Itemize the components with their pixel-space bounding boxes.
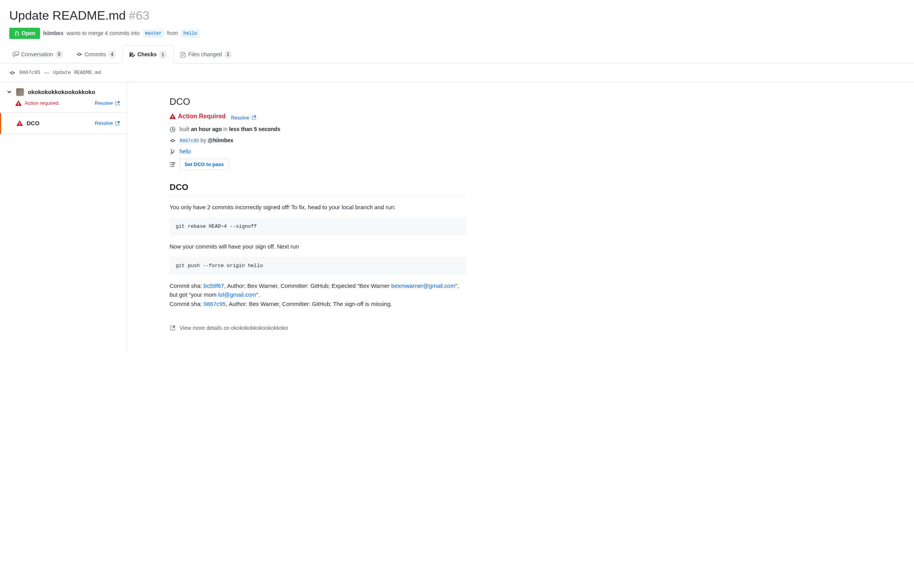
from-text: from <box>167 29 178 37</box>
alert-icon <box>170 113 176 119</box>
commit-sha-link[interactable]: bc59f67 <box>203 282 224 289</box>
view-more-link[interactable]: View more details on okokokokkokookokkok… <box>170 324 466 332</box>
check-detail-main: DCO Action Required Resolve built a <box>127 82 512 352</box>
branch-link[interactable]: hello <box>180 148 191 156</box>
git-commit-icon <box>170 138 176 144</box>
commit-detail-1: Commit sha: bc59f67, Author: Bex Warner,… <box>170 282 466 299</box>
view-more-label: View more details on okokokokkokookokkok… <box>180 324 288 332</box>
tab-counter: 0 <box>55 50 63 59</box>
commit-sha-link[interactable]: 9867c95 <box>203 301 226 307</box>
head-branch[interactable]: hello <box>181 29 200 38</box>
resolve-link[interactable]: Resolve <box>95 99 121 107</box>
git-commit-icon <box>9 70 15 76</box>
tab-checks[interactable]: Checks 1 <box>123 45 173 64</box>
git-pull-request-icon <box>14 30 20 37</box>
status-label: Action Required <box>178 112 226 121</box>
state-badge-label: Open <box>22 29 35 37</box>
email-link[interactable]: lol@gmail.com <box>218 291 256 298</box>
link-external-icon <box>251 114 257 121</box>
sidebar-check-item-dco[interactable]: DCO Resolve <box>0 113 127 134</box>
resolve-label: Resolve <box>231 114 249 122</box>
tab-label: Checks <box>138 50 157 59</box>
app-name[interactable]: okokokokkokookokkoko <box>28 88 95 97</box>
mid-text: Now your commits will have your sign off… <box>170 242 466 251</box>
comment-discussion-icon <box>13 51 19 57</box>
intro-text: You only have 2 commits incorrectly sign… <box>170 203 466 212</box>
author-link[interactable]: @hiimbex <box>208 137 234 143</box>
clock-icon <box>170 126 176 133</box>
tab-commits[interactable]: Commits 4 <box>70 45 123 63</box>
list-icon <box>170 161 176 168</box>
state-badge-open: Open <box>9 28 40 39</box>
resolve-link[interactable]: Resolve <box>231 114 257 122</box>
section-title: DCO <box>170 181 466 197</box>
status-text: Action required. <box>25 99 60 107</box>
by-label: by <box>200 137 206 143</box>
checklist-icon <box>129 52 135 58</box>
commit-detail-2: Commit sha: 9867c95, Author: Bex Warner,… <box>170 300 466 309</box>
checks-sidebar: okokokokkokookokkoko Action required. Re… <box>0 82 127 352</box>
file-diff-icon <box>180 51 186 57</box>
built-prefix: built <box>180 126 190 132</box>
link-external-icon <box>114 100 121 106</box>
resolve-label: Resolve <box>95 99 113 107</box>
built-in: in <box>223 126 228 132</box>
chevron-down-icon[interactable] <box>6 89 12 95</box>
commit-message: Update README.md <box>53 69 101 77</box>
tab-files-changed[interactable]: Files changed 1 <box>173 45 239 63</box>
alert-icon <box>15 100 22 106</box>
tab-label: Commits <box>85 50 106 59</box>
tab-label: Files changed <box>188 50 222 59</box>
code-block-push: git push --force origin hello <box>170 257 466 275</box>
tab-conversation[interactable]: Conversation 0 <box>6 45 70 63</box>
link-external-icon <box>170 325 176 331</box>
tab-counter: 1 <box>224 50 232 59</box>
separator: — <box>44 69 49 77</box>
resolve-link[interactable]: Resolve <box>95 119 121 127</box>
base-branch[interactable]: master <box>143 29 164 38</box>
git-branch-icon <box>170 149 176 155</box>
email-link[interactable]: bexmwarner@gmail.com <box>391 282 455 289</box>
alert-icon <box>17 120 23 126</box>
tab-counter: 1 <box>159 50 167 59</box>
code-block-rebase: git rebase HEAD~4 --signoff <box>170 217 466 236</box>
set-dco-pass-button[interactable]: Set DCO to pass <box>180 159 229 170</box>
link-external-icon <box>114 120 121 126</box>
git-commit-icon <box>76 51 82 57</box>
check-title: DCO <box>170 95 466 109</box>
pr-header: Update README.md #63 Open hiimbex wants … <box>0 0 914 39</box>
check-name: DCO <box>27 119 39 128</box>
commit-sha[interactable]: 9867c95 <box>19 69 40 77</box>
commit-link[interactable]: 9867c95 <box>180 138 199 144</box>
tab-label: Conversation <box>21 50 53 59</box>
pr-number: #63 <box>129 6 149 25</box>
commit-bar: 9867c95 — Update README.md <box>0 64 914 82</box>
pr-author[interactable]: hiimbex <box>43 29 64 37</box>
tab-counter: 4 <box>108 50 116 59</box>
built-time: an hour ago <box>191 126 222 132</box>
resolve-label: Resolve <box>95 119 113 127</box>
app-avatar <box>16 88 24 96</box>
pr-title: Update README.md <box>9 6 126 25</box>
tab-nav: Conversation 0 Commits 4 Checks 1 Files … <box>0 45 914 64</box>
duration: less than 5 seconds <box>229 126 280 132</box>
merge-text: wants to merge 4 commits into <box>67 29 140 37</box>
